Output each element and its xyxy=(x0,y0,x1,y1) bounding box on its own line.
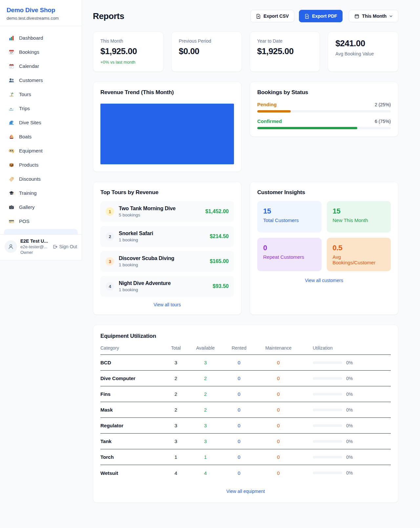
equipment-table-header: Category Total Available Rented Maintena… xyxy=(100,345,391,355)
stat-delta: +0% vs last month xyxy=(100,60,156,65)
equipment-category: Tank xyxy=(100,438,164,444)
period-selector[interactable]: This Month xyxy=(349,10,398,22)
equipment-rented: 0 xyxy=(223,391,255,397)
bookings-calendar-icon: 17 xyxy=(9,49,14,55)
sidebar-item-bookings[interactable]: 17 Bookings xyxy=(4,45,78,59)
sidebar-item-products[interactable]: Products xyxy=(4,158,78,172)
equipment-category: Torch xyxy=(100,454,164,460)
export-csv-button[interactable]: Export CSV xyxy=(250,10,294,22)
stat-card-year-to-date: Year to Date $1,925.00 xyxy=(250,31,320,72)
panel-title: Top Tours by Revenue xyxy=(100,189,234,196)
equipment-utilization-panel: Equipment Utilization Category Total Ava… xyxy=(93,325,398,503)
tag-icon xyxy=(9,176,14,182)
sidebar-item-pos[interactable]: POS xyxy=(4,214,78,228)
view-all-customers-link[interactable]: View all customers xyxy=(257,278,391,283)
status-bar-track xyxy=(257,110,391,112)
tour-row[interactable]: 3 Discover Scuba Diving 1 booking $165.0… xyxy=(100,251,234,272)
user-meta: E2E Test U... e2e-tester@... Owner xyxy=(20,238,49,255)
utilization-bar-track xyxy=(313,440,342,443)
shop-name[interactable]: Demo Dive Shop xyxy=(7,7,75,14)
camera-icon xyxy=(9,204,14,210)
sidebar: Demo Dive Shop demo.test.divestreams.com… xyxy=(0,0,82,260)
panel-title: Revenue Trend (This Month) xyxy=(100,89,234,96)
sidebar-item-boats[interactable]: Boats xyxy=(4,130,78,144)
stat-label: Year to Date xyxy=(257,38,313,44)
utilization-bar-track xyxy=(313,361,342,364)
equipment-total: 4 xyxy=(164,470,187,476)
col-utilization: Utilization xyxy=(302,345,391,351)
equipment-total: 3 xyxy=(164,438,187,444)
col-rented: Rented xyxy=(223,345,255,351)
equipment-row: Tank 3 3 0 0 0% xyxy=(100,434,391,449)
credit-card-icon xyxy=(9,218,14,224)
sidebar-item-label: Bookings xyxy=(19,49,39,55)
equipment-category: Wetsuit xyxy=(100,470,164,476)
sidebar-item-discounts[interactable]: Discounts xyxy=(4,172,78,186)
insight-tile: 15 New This Month xyxy=(327,201,391,233)
insight-value: 15 xyxy=(333,207,385,215)
tour-list: 1 Two Tank Morning Dive 5 bookings $1,45… xyxy=(100,201,234,297)
view-all-equipment-link[interactable]: View all equipment xyxy=(100,489,391,494)
panel-title: Bookings by Status xyxy=(257,89,391,96)
sailboat-icon xyxy=(9,134,14,140)
sign-out-button[interactable]: Sign Out xyxy=(52,244,77,249)
sidebar-item-label: Dive Sites xyxy=(19,120,41,125)
document-download-icon xyxy=(304,14,309,19)
utilization-bar-track xyxy=(313,456,342,458)
sidebar-item-customers[interactable]: Customers xyxy=(4,73,78,87)
sidebar-item-label: POS xyxy=(19,218,30,224)
wave-icon xyxy=(9,120,14,126)
speedboat-icon xyxy=(9,106,14,112)
utilization-percent: 0% xyxy=(346,407,353,413)
sidebar-item-training[interactable]: Training xyxy=(4,186,78,200)
equipment-available: 4 xyxy=(187,470,223,476)
equipment-maintenance: 0 xyxy=(255,423,302,428)
period-label: This Month xyxy=(362,13,387,19)
charts-row: Revenue Trend (This Month) Bookings by S… xyxy=(93,82,398,172)
equipment-total: 2 xyxy=(164,391,187,397)
sign-out-label: Sign Out xyxy=(59,244,77,249)
tour-row[interactable]: 4 Night Dive Adventure 1 booking $93.50 xyxy=(100,276,234,297)
utilization-percent: 0% xyxy=(346,455,353,460)
equipment-category: Regulator xyxy=(100,423,164,428)
sidebar-header: Demo Dive Shop demo.test.divestreams.com xyxy=(0,0,82,26)
sign-out-icon xyxy=(52,244,57,249)
utilization-bar-track xyxy=(313,424,342,427)
tour-row[interactable]: 1 Two Tank Morning Dive 5 bookings $1,45… xyxy=(100,201,234,222)
stat-value: $1,925.00 xyxy=(100,46,156,56)
equipment-maintenance: 0 xyxy=(255,438,302,444)
sidebar-item-trips[interactable]: Trips xyxy=(4,101,78,115)
tour-name: Night Dive Adventure xyxy=(119,280,208,286)
insight-tile: 0.5 Avg Bookings/Customer xyxy=(327,238,391,271)
sidebar-item-gallery[interactable]: Gallery xyxy=(4,200,78,214)
rank-badge: 3 xyxy=(106,257,114,266)
sidebar-item-active-partial[interactable] xyxy=(4,229,78,234)
equipment-total: 1 xyxy=(164,454,187,460)
stat-label: This Month xyxy=(100,38,156,44)
view-all-tours-link[interactable]: View all tours xyxy=(100,302,234,307)
person-icon xyxy=(8,243,14,250)
utilization-percent: 0% xyxy=(346,376,353,381)
sidebar-item-calendar[interactable]: Calendar xyxy=(4,59,78,73)
tour-row[interactable]: 2 Snorkel Safari 1 booking $214.50 xyxy=(100,226,234,247)
equipment-maintenance: 0 xyxy=(255,360,302,365)
equipment-maintenance: 0 xyxy=(255,407,302,413)
col-available: Available xyxy=(187,345,223,351)
sidebar-item-tours[interactable]: Tours xyxy=(4,87,78,101)
panel-title: Equipment Utilization xyxy=(100,333,391,339)
tour-name: Two Tank Morning Dive xyxy=(119,206,201,212)
status-row-pending: Pending 2 (25%) xyxy=(257,102,391,112)
status-count: 6 (75%) xyxy=(375,119,391,124)
equipment-maintenance: 0 xyxy=(255,470,302,476)
equipment-rented: 0 xyxy=(223,454,255,460)
package-icon xyxy=(9,162,14,168)
sidebar-item-equipment[interactable]: Equipment xyxy=(4,144,78,158)
equipment-row: Mask 2 2 0 0 0% xyxy=(100,402,391,418)
status-label: Confirmed xyxy=(257,118,282,124)
tour-bookings: 1 booking xyxy=(119,287,208,292)
export-pdf-button[interactable]: Export PDF xyxy=(299,10,343,22)
sidebar-item-dashboard[interactable]: Dashboard xyxy=(4,31,78,45)
status-bar-fill xyxy=(257,110,291,112)
calendar-icon xyxy=(9,63,14,69)
sidebar-item-dive-sites[interactable]: Dive Sites xyxy=(4,115,78,130)
